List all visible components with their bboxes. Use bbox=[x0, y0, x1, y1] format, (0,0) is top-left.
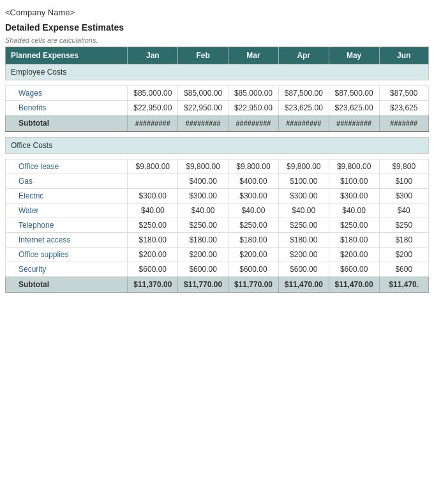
section-header-0: Employee Costs bbox=[6, 64, 429, 80]
table-row: Office supplies$200.00$200.00$200.00$200… bbox=[6, 248, 429, 262]
table-row: Wages$85,000.00$85,000.00$85,000.00$87,5… bbox=[6, 86, 429, 101]
table-row: Electric$300.00$300.00$300.00$300.00$300… bbox=[6, 189, 429, 204]
table-row: Telephone$250.00$250.00$250.00$250.00$25… bbox=[6, 218, 429, 233]
company-name: <Company Name> bbox=[5, 8, 429, 17]
shaded-note: Shaded cells are calculations. bbox=[5, 36, 429, 44]
col-header-planned: Planned Expenses bbox=[6, 47, 128, 64]
table-row: Benefits$22,950.00$22,950.00$22,950.00$2… bbox=[6, 101, 429, 115]
col-header-jun: Jun bbox=[379, 47, 428, 64]
subtotal-row-1: Subtotal$11,370.00$11,770.00$11,770.00$1… bbox=[6, 277, 429, 293]
col-header-may: May bbox=[329, 47, 379, 64]
table-header-row: Planned Expenses Jan Feb Mar Apr May Jun bbox=[6, 47, 429, 64]
table-row: Water$40.00$40.00$40.00$40.00$40.00$40 bbox=[6, 204, 429, 218]
expense-table: Planned Expenses Jan Feb Mar Apr May Jun… bbox=[5, 47, 429, 293]
table-row: Office lease$9,800.00$9,800.00$9,800.00$… bbox=[6, 159, 429, 174]
report-title: Detailed Expense Estimates bbox=[5, 22, 429, 33]
table-row: Security$600.00$600.00$600.00$600.00$600… bbox=[6, 262, 429, 277]
table-row: Internet access$180.00$180.00$180.00$180… bbox=[6, 233, 429, 248]
table-row: Gas$400.00$400.00$100.00$100.00$100 bbox=[6, 174, 429, 189]
subtotal-row-0: Subtotal################################… bbox=[6, 115, 429, 132]
section-gap bbox=[6, 80, 429, 86]
col-header-feb: Feb bbox=[178, 47, 228, 64]
col-header-jan: Jan bbox=[128, 47, 178, 64]
section-gap bbox=[6, 154, 429, 159]
col-header-apr: Apr bbox=[278, 47, 329, 64]
col-header-mar: Mar bbox=[228, 47, 279, 64]
expense-table-wrapper: Planned Expenses Jan Feb Mar Apr May Jun… bbox=[5, 47, 429, 293]
section-gap bbox=[6, 131, 429, 138]
section-header-1: Office Costs bbox=[6, 138, 429, 154]
